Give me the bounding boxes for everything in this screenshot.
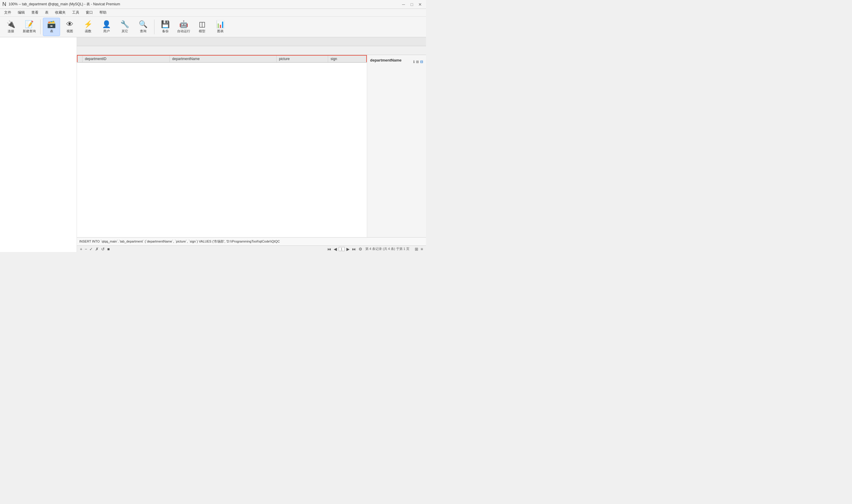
toolbar-icon-表: 🗃️ bbox=[47, 20, 56, 29]
toolbar-btn-新建查询[interactable]: 📝新建查询 bbox=[21, 18, 38, 36]
stop-button[interactable]: ■ bbox=[107, 247, 110, 251]
toolbar-label-备份: 备份 bbox=[162, 29, 169, 33]
toolbar-btn-其它[interactable]: 🔧其它 bbox=[116, 18, 133, 36]
toolbar-label-视图: 视图 bbox=[67, 29, 73, 33]
title-bar: N 100% -- tab_department @qtqq_main (MyS… bbox=[0, 0, 426, 9]
toolbar-icon-图表: 📊 bbox=[216, 20, 225, 29]
toolbar-icon-连接: 🔌 bbox=[6, 20, 15, 29]
minimize-button[interactable]: ─ bbox=[400, 1, 407, 7]
toolbar-icon-其它: 🔧 bbox=[121, 20, 129, 29]
toolbar-label-查询: 查询 bbox=[140, 29, 146, 33]
toolbar-separator-7 bbox=[154, 19, 155, 34]
row-indicator-header bbox=[77, 55, 83, 62]
delete-record-button[interactable]: − bbox=[84, 247, 88, 251]
table-header-row: departmentID departmentName picture sign bbox=[77, 55, 366, 62]
toolbar-label-新建查询: 新建查询 bbox=[23, 29, 36, 33]
nav-settings-button[interactable]: ⚙ bbox=[358, 247, 363, 251]
refresh-button[interactable]: ↺ bbox=[101, 247, 105, 251]
menu-窗口[interactable]: 窗口 bbox=[83, 10, 96, 16]
sidebar bbox=[0, 37, 77, 252]
nav-prev-button[interactable]: ◀ bbox=[333, 247, 338, 251]
toolbar-label-自动运行: 自动运行 bbox=[177, 29, 190, 33]
grid-view-icon[interactable]: ⊞ bbox=[416, 60, 419, 64]
add-record-button[interactable]: + bbox=[79, 247, 83, 251]
toolbar-btn-函数[interactable]: ⚡函数 bbox=[79, 18, 97, 36]
record-info: 第 4 条记录 (共 4 条) 于第 1 页 bbox=[365, 247, 410, 251]
menu-收藏夹[interactable]: 收藏夹 bbox=[52, 10, 69, 16]
menu-表[interactable]: 表 bbox=[42, 10, 52, 16]
toolbar-label-模型: 模型 bbox=[199, 29, 205, 33]
table-container: departmentID departmentName picture sign bbox=[77, 55, 367, 237]
tab-bar bbox=[77, 37, 426, 46]
sql-bar: INSERT INTO `qtqq_main`.`tab_department`… bbox=[77, 237, 426, 246]
toolbar-label-图表: 图表 bbox=[217, 29, 224, 33]
menu-工具[interactable]: 工具 bbox=[69, 10, 82, 16]
data-table: departmentID departmentName picture sign bbox=[77, 55, 367, 63]
content-area: departmentID departmentName picture sign… bbox=[77, 37, 426, 252]
toolbar-icon-模型: ◫ bbox=[199, 20, 205, 29]
toolbar-btn-模型[interactable]: ◫模型 bbox=[194, 18, 211, 36]
toolbar-btn-表[interactable]: 🗃️表 bbox=[43, 18, 60, 36]
toolbar-btn-查询[interactable]: 🔍查询 bbox=[134, 18, 152, 36]
toolbar-separator-1 bbox=[40, 19, 40, 34]
menu-帮助[interactable]: 帮助 bbox=[96, 10, 109, 16]
nav-first-button[interactable]: ⏮ bbox=[327, 247, 332, 251]
toolbar-icon-视图: 👁 bbox=[66, 20, 73, 29]
main-area: departmentID departmentName picture sign… bbox=[0, 37, 426, 252]
list-view-icon[interactable]: ⊟ bbox=[420, 60, 423, 64]
col-header-departmentname[interactable]: departmentName bbox=[170, 55, 277, 62]
maximize-button[interactable]: □ bbox=[408, 1, 415, 7]
toolbar-btn-用户[interactable]: 👤用户 bbox=[98, 18, 115, 36]
discard-button[interactable]: ✗ bbox=[95, 247, 99, 251]
right-panel: departmentName ℹ ⊞ ⊟ bbox=[367, 55, 426, 237]
col-header-picture[interactable]: picture bbox=[277, 55, 328, 62]
toolbar-label-表: 表 bbox=[50, 29, 53, 33]
toolbar-label-其它: 其它 bbox=[122, 29, 128, 33]
toolbar-icon-新建查询: 📝 bbox=[25, 20, 34, 29]
menu-编辑[interactable]: 编辑 bbox=[15, 10, 28, 16]
menu-bar: 文件编辑查看表收藏夹工具窗口帮助 bbox=[0, 9, 426, 17]
toolbar-btn-自动运行[interactable]: 🤖自动运行 bbox=[175, 18, 192, 36]
toolbar-btn-视图[interactable]: 👁视图 bbox=[61, 18, 78, 36]
nav-next-button[interactable]: ▶ bbox=[346, 247, 350, 251]
menu-文件[interactable]: 文件 bbox=[1, 10, 14, 16]
toolbar-btn-图表[interactable]: 📊图表 bbox=[212, 18, 229, 36]
toolbar-btn-连接[interactable]: 🔌连接 bbox=[2, 18, 19, 36]
toolbar-icon-查询: 🔍 bbox=[139, 20, 148, 29]
col-header-sign[interactable]: sign bbox=[328, 55, 366, 62]
status-bar: + − ✓ ✗ ↺ ■ ⏮ ◀ 1 ▶ ⏭ ⚙ 第 4 条记录 (共 4 条) … bbox=[77, 246, 426, 252]
close-button[interactable]: ✕ bbox=[417, 1, 424, 7]
grid-view-button[interactable]: ⊞ bbox=[414, 247, 419, 251]
table-toolbar bbox=[77, 46, 426, 55]
field-name-label: departmentName bbox=[370, 58, 401, 62]
toolbar-label-连接: 连接 bbox=[8, 29, 14, 33]
menu-查看[interactable]: 查看 bbox=[29, 10, 41, 16]
info-icon[interactable]: ℹ bbox=[413, 60, 415, 64]
toolbar-label-用户: 用户 bbox=[103, 29, 110, 33]
toolbar-icon-函数: ⚡ bbox=[84, 20, 93, 29]
toolbar-icon-备份: 💾 bbox=[161, 20, 170, 29]
toolbar-icon-自动运行: 🤖 bbox=[179, 20, 188, 29]
page-number: 1 bbox=[339, 247, 345, 251]
confirm-button[interactable]: ✓ bbox=[89, 247, 93, 251]
main-toolbar: 🔌连接📝新建查询🗃️表👁视图⚡函数👤用户🔧其它🔍查询💾备份🤖自动运行◫模型📊图表 bbox=[0, 17, 426, 37]
toolbar-label-函数: 函数 bbox=[85, 29, 91, 33]
sql-text: INSERT INTO `qtqq_main`.`tab_department`… bbox=[79, 239, 280, 244]
toolbar-icon-用户: 👤 bbox=[102, 20, 111, 29]
col-header-departmentid[interactable]: departmentID bbox=[83, 55, 170, 62]
form-view-button[interactable]: ≡ bbox=[420, 247, 424, 251]
toolbar-btn-备份[interactable]: 💾备份 bbox=[157, 18, 174, 36]
window-title: 100% -- tab_department @qtqq_main (MySQL… bbox=[8, 2, 120, 7]
nav-last-button[interactable]: ⏭ bbox=[351, 247, 357, 251]
